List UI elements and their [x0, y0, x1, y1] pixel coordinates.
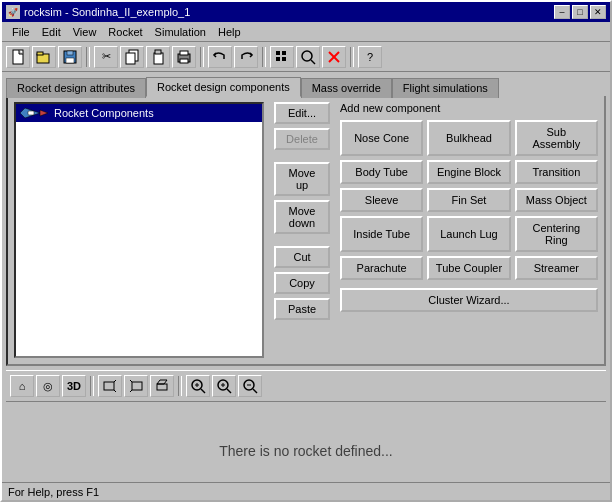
svg-rect-24 [104, 382, 114, 390]
menu-rocket[interactable]: Rocket [102, 25, 148, 39]
paste-btn[interactable] [146, 46, 170, 68]
tab-mass-override[interactable]: Mass override [301, 78, 392, 98]
cluster-wizard-btn[interactable]: Cluster Wizard... [340, 288, 598, 312]
sub-assembly-btn[interactable]: Sub Assembly [515, 120, 598, 156]
cut-action-btn[interactable]: Cut [274, 246, 330, 268]
zoom-in-view-btn[interactable] [212, 375, 236, 397]
middle-buttons-panel: Edit... Delete Move up Move down Cut Cop… [270, 96, 334, 364]
svg-marker-22 [40, 110, 48, 116]
bottom-toolbar: ⌂ ◎ 3D [6, 370, 606, 402]
maximize-btn[interactable]: □ [572, 5, 588, 19]
tabs-container: Rocket design attributes Rocket design c… [2, 72, 610, 96]
app-icon: 🚀 [6, 5, 20, 19]
svg-marker-31 [157, 380, 167, 384]
centering-ring-btn[interactable]: Centering Ring [515, 216, 598, 252]
title-bar-left: 🚀 rocksim - Sondinha_II_exemplo_1 [6, 5, 190, 19]
menu-view[interactable]: View [67, 25, 103, 39]
zoom-out-view-btn[interactable] [238, 375, 262, 397]
svg-rect-8 [154, 53, 163, 64]
tab-rocket-attributes[interactable]: Rocket design attributes [6, 78, 146, 98]
zoom-fit-btn[interactable] [186, 375, 210, 397]
svg-rect-27 [132, 382, 142, 390]
svg-rect-4 [67, 51, 73, 55]
help-btn[interactable]: ? [358, 46, 382, 68]
svg-rect-11 [180, 51, 188, 55]
menu-help[interactable]: Help [212, 25, 247, 39]
open-btn[interactable] [32, 46, 56, 68]
delete-btn[interactable]: Delete [274, 128, 330, 150]
svg-line-41 [253, 389, 257, 393]
bulkhead-btn[interactable]: Bulkhead [427, 120, 510, 156]
svg-rect-2 [37, 52, 43, 55]
svg-line-25 [114, 380, 116, 382]
tree-label: Rocket Components [54, 107, 154, 119]
title-bar: 🚀 rocksim - Sondinha_II_exemplo_1 – □ ✕ [2, 2, 610, 22]
menu-simulation[interactable]: Simulation [149, 25, 212, 39]
streamer-btn[interactable]: Streamer [515, 256, 598, 280]
svg-line-37 [227, 389, 231, 393]
svg-rect-0 [13, 50, 23, 64]
status-bar: For Help, press F1 [2, 482, 610, 500]
launch-lug-btn[interactable]: Launch Lug [427, 216, 510, 252]
undo-btn[interactable] [208, 46, 232, 68]
inside-tube-btn[interactable]: Inside Tube [340, 216, 423, 252]
svg-point-17 [302, 51, 312, 61]
tab-rocket-components[interactable]: Rocket design components [146, 77, 301, 97]
view3-btn[interactable] [150, 375, 174, 397]
nose-cone-btn[interactable]: Nose Cone [340, 120, 423, 156]
sep2 [200, 47, 204, 67]
tab-flight-simulations[interactable]: Flight simulations [392, 78, 499, 98]
add-component-label: Add new component [340, 102, 598, 114]
tube-coupler-btn[interactable]: Tube Coupler [427, 256, 510, 280]
copy-btn[interactable] [120, 46, 144, 68]
sep6 [178, 376, 182, 396]
toolbar: ✂ ? [2, 42, 610, 72]
sep5 [90, 376, 94, 396]
menu-edit[interactable]: Edit [36, 25, 67, 39]
view2-btn[interactable] [124, 375, 148, 397]
cut-btn[interactable]: ✂ [94, 46, 118, 68]
delete-red-btn[interactable] [322, 46, 346, 68]
edit-btn[interactable]: Edit... [274, 102, 330, 124]
no-rocket-text: There is no rocket defined... [219, 443, 393, 459]
svg-line-29 [130, 390, 132, 392]
print-btn[interactable] [172, 46, 196, 68]
svg-rect-9 [155, 50, 161, 54]
menu-bar: File Edit View Rocket Simulation Help [2, 22, 610, 42]
svg-line-18 [311, 60, 315, 64]
home-view-btn[interactable]: ⌂ [10, 375, 34, 397]
new-btn[interactable] [6, 46, 30, 68]
sleeve-btn[interactable]: Sleeve [340, 188, 423, 212]
body-tube-btn[interactable]: Body Tube [340, 160, 423, 184]
fin-set-btn[interactable]: Fin Set [427, 188, 510, 212]
svg-rect-23 [28, 111, 34, 115]
parachute-btn[interactable]: Parachute [340, 256, 423, 280]
paste-action-btn[interactable]: Paste [274, 298, 330, 320]
circle-view-btn[interactable]: ◎ [36, 375, 60, 397]
svg-line-26 [114, 390, 116, 392]
transition-btn[interactable]: Transition [515, 160, 598, 184]
svg-rect-7 [126, 53, 135, 64]
components-grid: Nose Cone Bulkhead Sub Assembly Body Tub… [340, 120, 598, 280]
tree-item-rocket-components[interactable]: Rocket Components [16, 104, 262, 122]
3d-view-btn[interactable]: 3D [62, 375, 86, 397]
svg-line-28 [130, 380, 132, 382]
minimize-btn[interactable]: – [554, 5, 570, 19]
move-up-btn[interactable]: Move up [274, 162, 330, 196]
copy-action-btn[interactable]: Copy [274, 272, 330, 294]
mass-object-btn[interactable]: Mass Object [515, 188, 598, 212]
menu-file[interactable]: File [6, 25, 36, 39]
sep4 [350, 47, 354, 67]
svg-rect-13 [276, 51, 280, 55]
engine-block-btn[interactable]: Engine Block [427, 160, 510, 184]
move-down-btn[interactable]: Move down [274, 200, 330, 234]
zoom-search-btn[interactable] [296, 46, 320, 68]
redo-btn[interactable] [234, 46, 258, 68]
view1-btn[interactable] [98, 375, 122, 397]
rocket-tree-icon [20, 106, 50, 120]
save-btn[interactable] [58, 46, 82, 68]
grid-btn[interactable] [270, 46, 294, 68]
sep1 [86, 47, 90, 67]
close-btn[interactable]: ✕ [590, 5, 606, 19]
svg-rect-30 [157, 384, 167, 390]
